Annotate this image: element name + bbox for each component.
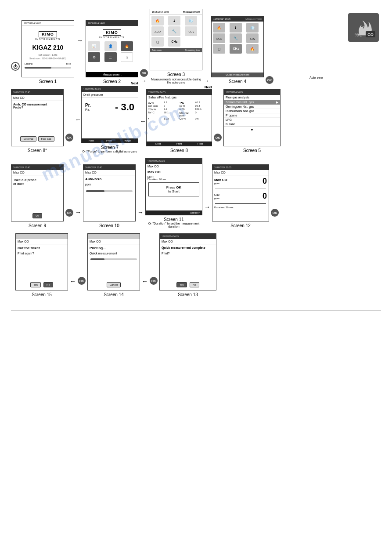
screen5-item2[interactable]: Groninguen Nat. gas	[224, 105, 280, 109]
icon-person: 👤	[104, 41, 117, 51]
ok-button-14[interactable]: OK	[78, 277, 86, 285]
screen8star-content: Amb. CO measurement Probe?	[11, 101, 63, 111]
ok-button-9[interactable]: OK	[65, 209, 73, 217]
screen1-serial: Serial num : 21541-894-294-454 (B/2)	[22, 57, 74, 60]
arrow-1-2: →	[76, 37, 84, 44]
screen13-date: 16/05/2014 16:05	[162, 235, 179, 238]
screen8star-btn2[interactable]: Flue gas	[38, 136, 54, 141]
screen15-sub: Cut the ticket	[16, 244, 68, 252]
screen8star-btn1[interactable]: External	[20, 136, 36, 141]
ok-button-8star[interactable]: OK	[65, 134, 73, 141]
screen12-header: 16/05/2014 16:05	[212, 165, 269, 170]
screen13-btns: Yes No	[160, 282, 216, 287]
screen13-btn1[interactable]: Yes	[176, 282, 187, 287]
screen12-row1: Max CO ppm 0	[212, 175, 269, 187]
screen1-header: 16/05/2014 16:02	[22, 21, 74, 26]
screen11: 16/05/2014 16:43 Max CO Max CO ppm Durat…	[145, 158, 202, 215]
screen5-item6[interactable]: Butane	[224, 122, 280, 127]
screen12-sub1: Max CO	[214, 178, 227, 182]
icon-settings-dark: ⚙	[88, 52, 100, 62]
screen7-btn3[interactable]: Purge	[124, 139, 131, 142]
ok-button-4[interactable]: OK	[266, 76, 273, 84]
power-button[interactable]: ⏻	[11, 62, 20, 71]
screen5-item5[interactable]: LPG	[224, 118, 280, 122]
screen12-sep	[215, 189, 266, 189]
screen1-logo: KIMO INSTRUMENTS	[22, 26, 74, 42]
screen8-co2-v2: 107.1	[195, 108, 210, 111]
screen13-label: Screen 13	[178, 292, 198, 297]
s4-icon5: 🔧	[230, 33, 242, 43]
screen5-item4[interactable]: Propane	[224, 113, 280, 118]
screen14-label: Screen 14	[104, 292, 124, 297]
screen5-date: 16/05/2014 16:05	[226, 91, 243, 94]
screen12-val2: 0	[263, 192, 267, 201]
screen8-lambda-lbl: λ	[148, 117, 163, 120]
ok-button-12[interactable]: OK	[271, 209, 279, 217]
screen8star: 16/05/2014 16:43 Max CO Amb. CO measurem…	[11, 89, 64, 146]
screen10-progress	[86, 190, 133, 192]
screen1-softver: Soft version : 1.233	[22, 53, 74, 57]
screen2-icons: 📊 👤 🔥 ⚙ ☰ ℹ	[86, 40, 138, 64]
screen1-brand-sub: INSTRUMENTS	[24, 38, 72, 40]
screen11-btn[interactable]: Duration	[146, 210, 202, 215]
screen5-item3[interactable]: Russia/NoN Nat. gas	[224, 109, 280, 113]
screen12-date: 16/05/2014 16:05	[214, 166, 231, 169]
screen14-btn[interactable]: Cancel	[107, 282, 121, 287]
screen5-selected-text: Sahara/Fos Nat. gas	[226, 101, 254, 104]
screen4-icons: 🔥 🌡 💨 △CO 🔧 CO₂ ◻ CH₄ 🔥	[212, 22, 263, 55]
screen8-co-v2: 99.4	[195, 105, 210, 107]
ok-button-8[interactable]: OK	[214, 134, 222, 141]
screen8-co2-v1: 9.9	[164, 108, 179, 111]
screen10: 16/05/2014 16:43 Max CO Auto-zero ppm	[83, 164, 136, 221]
screen1: 16/05/2014 16:02 KIMO INSTRUMENTS KIGAZ …	[22, 20, 74, 77]
screen8-btn1[interactable]: Next	[155, 142, 161, 145]
page-separator	[11, 310, 381, 311]
s4-icon1: 🔥	[213, 23, 225, 33]
page-layout: manualslib.com ⏻ 16/05/2014 16:02 KIMO I…	[0, 0, 392, 319]
screen5-selected-arrow: ▶	[276, 101, 278, 104]
screen10-ppm: ppm	[83, 183, 135, 186]
screen9: 16/05/2014 16:43 Max CO Take out probe o…	[11, 164, 64, 221]
screen1-progress: 58 %	[66, 62, 71, 65]
screen3-label: Screen 3	[167, 72, 185, 77]
screen2-date: 16/06/2014 14:05	[88, 22, 105, 25]
screen7-btn2[interactable]: Print	[106, 139, 111, 142]
screen8star-line2: Probe?	[13, 106, 61, 109]
screen8-o2-v1: 3.3	[164, 101, 179, 104]
screen5-header: 16/05/2014 16:05	[224, 90, 280, 95]
screen5-label: Screen 5	[243, 148, 261, 153]
screen13-btn2[interactable]: No	[190, 282, 199, 287]
screen11-ppm: ppm	[146, 175, 202, 178]
screen1-wrap: 16/05/2014 16:02 KIMO INSTRUMENTS KIGAZ …	[22, 20, 74, 84]
screen8-title: Sahara/Fos Nat. gas	[147, 95, 212, 100]
screen8-btn2[interactable]: Print	[176, 142, 182, 145]
arrow-13-14: ←	[142, 278, 148, 285]
screen1-brand-box: KIMO	[39, 31, 57, 37]
screen8-btn3[interactable]: Hold	[198, 142, 203, 145]
screen8-qs-lbl: Qs %	[180, 117, 195, 120]
screen9-btn[interactable]: Ok	[32, 213, 42, 218]
arrow-2-3: →	[141, 78, 147, 84]
screen2-bottom: Measurement	[86, 72, 138, 77]
screen10-date: 16/05/2014 16:43	[85, 166, 102, 169]
screen3: 16/05/2014 16:05 Measurement 🔥 🌡 💨 △CO 🔧…	[150, 9, 202, 70]
screen5-wrap: 16/05/2014 16:05 Flue gas analysis Sahar…	[223, 89, 281, 153]
screen4-wrap: 16/05/2014 16:05 Measurement 🔥 🌡 💨 △CO 🔧…	[211, 16, 264, 84]
screen7-btn1[interactable]: Next	[89, 139, 94, 142]
screen8-meas-grid: O₂ % 3.3 T℃ 40.2 CO ppm 0 ηs % 99.4 CO₂ …	[147, 100, 212, 121]
ok-button-2-3[interactable]: OK	[140, 69, 148, 77]
screen10-autozero: Auto-zero	[83, 175, 135, 183]
screen8-bottom-btns: Next Print Hold	[147, 141, 212, 146]
screen15-header	[16, 234, 68, 239]
screen12-val1: 0	[263, 177, 267, 186]
ok-button-13[interactable]: OK	[150, 277, 158, 285]
screen8-wrap: 28/05/2014 14:05 Sahara/Fos Nat. gas O₂ …	[146, 89, 212, 153]
s4-icon9: 🔥	[246, 44, 259, 54]
screen12-unit2: ppm	[214, 197, 219, 200]
screen14-progress	[90, 258, 137, 260]
screen15-btn2[interactable]: No	[43, 282, 53, 287]
screen12-duration: Duration: 29 sec	[212, 205, 269, 210]
next-label-7: Next	[131, 81, 138, 85]
screen9-line1: Take out probe	[13, 178, 61, 182]
screen15-btn1[interactable]: Yes	[30, 282, 41, 287]
